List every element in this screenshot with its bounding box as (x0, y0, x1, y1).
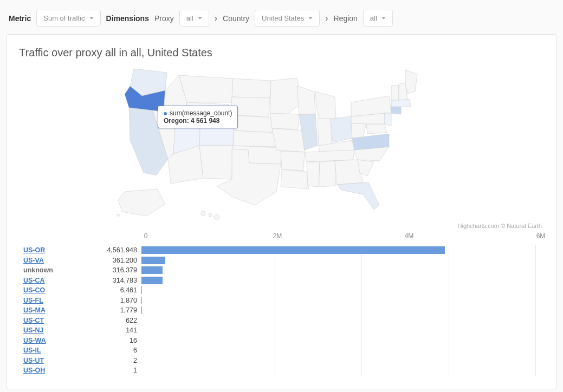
country-select-value: United States (262, 14, 304, 22)
region-link[interactable]: US-OH (17, 367, 82, 374)
region-value: 4,561,948 (82, 246, 141, 254)
bar[interactable] (141, 246, 445, 254)
region-link[interactable]: US-FL (17, 297, 82, 304)
region-link[interactable]: US-IL (17, 347, 82, 354)
us-map-svg (92, 64, 471, 221)
x-axis: 02M4M6M (146, 232, 541, 244)
region-value: 1,870 (82, 297, 141, 304)
region-value: 622 (82, 317, 141, 324)
bar[interactable] (141, 257, 165, 264)
state-ar (281, 151, 305, 171)
table-row: US-WA16 (17, 336, 546, 346)
tooltip-dot-icon (164, 112, 167, 115)
state-al (320, 161, 336, 187)
state-wi (297, 86, 315, 114)
dimensions-label: Dimensions (106, 14, 149, 23)
region-value: 2 (82, 357, 141, 364)
metric-label: Metric (9, 14, 31, 23)
region-link[interactable]: US-WA (17, 337, 82, 344)
proxy-select[interactable]: all (179, 10, 209, 27)
chevron-right-icon: › (325, 14, 328, 23)
table-row: US-OH1 (17, 365, 546, 376)
filter-toolbar: Metric Sum of traffic Dimensions Proxy a… (7, 6, 556, 34)
region-link[interactable]: US-UT (17, 357, 82, 364)
region-label: Region (333, 14, 357, 23)
region-link[interactable]: US-CA (17, 277, 82, 284)
region-link[interactable]: US-CT (17, 317, 82, 324)
metric-select-value: Sum of traffic (43, 14, 85, 22)
state-hi (214, 214, 219, 220)
bar-track (141, 257, 541, 264)
bar[interactable] (141, 286, 142, 294)
region-link[interactable]: US-VA (17, 257, 82, 264)
table-row: US-CA314,783 (17, 276, 546, 286)
bar[interactable] (141, 277, 163, 284)
region-value: 141 (82, 326, 141, 334)
caret-down-icon (381, 17, 386, 19)
bar-track (141, 317, 541, 324)
region-value: 314,783 (82, 277, 141, 284)
state-wv (351, 123, 366, 138)
bar-track (141, 357, 541, 364)
bar-track (141, 306, 541, 314)
table-row: US-NJ141 (17, 325, 546, 336)
bar[interactable] (141, 266, 163, 274)
region-link[interactable]: US-OR (17, 246, 82, 254)
state-ks (233, 130, 276, 147)
table-row: US-FL1,870 (17, 296, 546, 306)
state-mo (272, 128, 305, 152)
tooltip-series: sum(message_count) (170, 109, 232, 117)
state-ak (118, 189, 165, 216)
region-select-value: all (370, 14, 377, 22)
table-row: unknown316,379 (17, 265, 546, 276)
state-fl (337, 182, 379, 210)
state-mt (179, 75, 233, 102)
state-la (281, 169, 309, 189)
bar-track (141, 347, 541, 354)
country-label: Country (223, 14, 249, 23)
state-nd (232, 79, 271, 98)
map-attribution: Highcharts.com © Natural Earth (21, 223, 542, 229)
state-mi (315, 92, 336, 120)
state-hi (201, 211, 205, 215)
region-link[interactable]: US-NJ (17, 326, 82, 334)
state-ak-chain (117, 214, 120, 217)
region-link[interactable]: US-CO (17, 286, 82, 294)
country-select[interactable]: United States (255, 10, 320, 27)
bar-track (141, 266, 541, 274)
bar-track (141, 297, 541, 304)
bar-track (141, 367, 541, 374)
region-value: 1 (82, 367, 141, 374)
bar-track (141, 286, 541, 294)
state-in (318, 119, 332, 146)
state-vt (391, 85, 399, 100)
tooltip-value: 4 561 948 (191, 117, 219, 125)
region-link: unknown (17, 266, 82, 274)
region-link[interactable]: US-MA (17, 306, 82, 314)
state-ms (307, 162, 320, 187)
table-row: US-IL6 (17, 345, 546, 356)
caret-down-icon (198, 17, 202, 19)
proxy-label: Proxy (154, 14, 174, 23)
us-map[interactable]: sum(message_count) Oregon: 4 561 948 (17, 64, 546, 221)
proxy-select-value: all (186, 14, 193, 22)
region-value: 1,779 (82, 306, 141, 314)
region-value: 316,379 (82, 266, 141, 274)
table-row: US-MA1,779 (17, 305, 546, 316)
region-select[interactable]: all (363, 10, 393, 27)
map-tooltip: sum(message_count) Oregon: 4 561 948 (158, 106, 238, 128)
state-me (405, 70, 417, 94)
chevron-right-icon: › (215, 14, 217, 23)
caret-down-icon (308, 17, 313, 19)
tooltip-region: Oregon: (164, 117, 189, 125)
state-oh (331, 116, 352, 142)
state-md (366, 124, 387, 134)
state-ct (391, 107, 401, 114)
table-row: US-CO6,461 (17, 285, 546, 296)
region-value: 6 (82, 347, 141, 354)
panel-title: Traffic over proxy all in all, United St… (19, 47, 544, 59)
metric-select[interactable]: Sum of traffic (36, 10, 100, 27)
state-hi (209, 213, 212, 217)
chart-panel: Traffic over proxy all in all, United St… (7, 34, 556, 389)
bar-track (141, 326, 541, 334)
